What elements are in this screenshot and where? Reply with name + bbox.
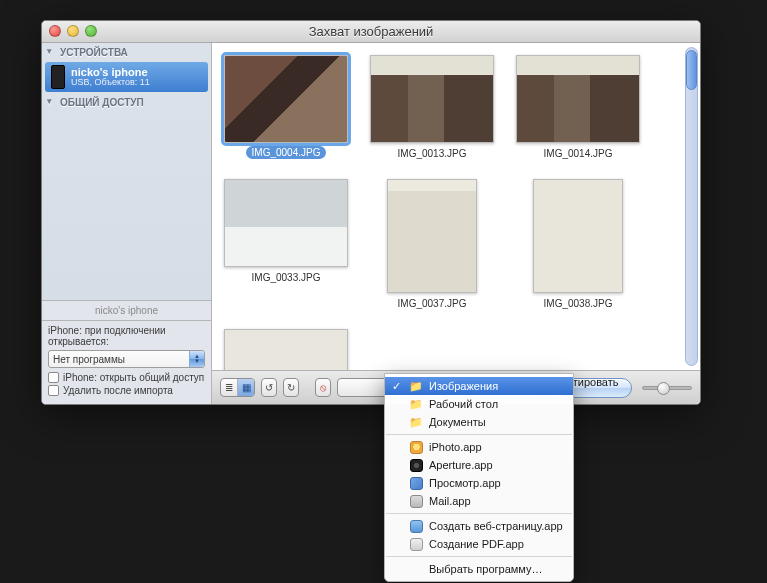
menu-item-label: Рабочий стол [429,398,498,410]
content-area: IMG_0004.JPGIMG_0013.JPGIMG_0014.JPGIMG_… [212,43,700,404]
app-icon [410,495,423,508]
rotate-left-button[interactable]: ↺ [261,378,277,397]
thumbnail-size-slider[interactable] [642,386,692,390]
delete-button[interactable]: ⦸ [315,378,331,397]
list-view-button[interactable]: ≣ [221,379,238,396]
sidebar: УСТРОЙСТВА nicko's iphone USB, Объектов:… [42,43,212,404]
menu-item[interactable]: 📁Документы [385,413,573,431]
thumbnail-image [516,55,640,143]
app-icon [410,520,423,533]
device-subtitle: USB, Объектов: 11 [71,78,150,88]
scrollbar-thumb[interactable] [686,50,697,90]
menu-item[interactable]: 📁Изображения [385,377,573,395]
thumbnail-filename: IMG_0014.JPG [544,146,613,161]
thumbnail-image [533,179,623,293]
minimize-button[interactable] [67,25,79,37]
thumbnail-filename: IMG_0037.JPG [398,296,467,311]
vertical-scrollbar[interactable] [685,47,698,366]
thumbnail-cell[interactable]: IMG_0033.JPG [224,179,348,311]
image-capture-window: Захват изображений УСТРОЙСТВА nicko's ip… [41,20,701,405]
delete-checkbox-row[interactable]: Удалить после импорта [48,385,205,396]
thumbnail-cell[interactable]: IMG_0038.JPG [516,179,640,311]
menu-item[interactable]: Выбрать программу… [385,560,573,578]
iphone-icon [51,65,65,89]
menu-item-label: Просмотр.app [429,477,501,489]
menu-item[interactable]: Просмотр.app [385,474,573,492]
destination-menu: 📁Изображения📁Рабочий стол📁ДокументыiPhot… [384,373,574,582]
menu-separator [386,556,572,557]
menu-item-label: Aperture.app [429,459,493,471]
menu-item[interactable]: iPhoto.app [385,438,573,456]
thumbnail-filename: IMG_0004.JPG [246,146,327,159]
titlebar[interactable]: Захват изображений [42,21,700,43]
share-checkbox-label: iPhone: открыть общий доступ [63,372,204,383]
app-icon [410,459,423,472]
app-icon [410,538,423,551]
sidebar-footer-device: nicko's iphone [42,300,211,320]
thumbnail-image [224,55,348,143]
thumbnail-cell[interactable] [224,329,348,370]
sidebar-heading-devices[interactable]: УСТРОЙСТВА [42,43,211,61]
thumbnail-cell[interactable]: IMG_0014.JPG [516,55,640,161]
sidebar-options: iPhone: при подключении открывается: Нет… [42,320,211,404]
thumbnail-filename: IMG_0038.JPG [544,296,613,311]
open-on-connect-label: iPhone: при подключении открывается: [48,325,205,347]
thumbnail-filename: IMG_0033.JPG [252,270,321,285]
thumbnail-cell[interactable]: IMG_0004.JPG [224,55,348,161]
view-mode-segment: ≣ ▦ [220,378,255,397]
app-icon [410,441,423,454]
menu-item-label: Mail.app [429,495,471,507]
thumbnail-image [370,55,494,143]
thumbnail-image [224,179,348,267]
grid-view-button[interactable]: ▦ [238,379,254,396]
delete-checkbox-label: Удалить после импорта [63,385,173,396]
menu-item[interactable]: Aperture.app [385,456,573,474]
open-on-connect-select[interactable]: Нет программы ▲▼ [48,350,205,368]
menu-item[interactable]: Создать веб-страницу.app [385,517,573,535]
menu-item-label: Изображения [429,380,498,392]
no-entry-icon: ⦸ [320,382,326,394]
zoom-button[interactable] [85,25,97,37]
folder-icon: 📁 [409,398,423,411]
checkbox-icon [48,385,59,396]
list-icon: ≣ [225,382,233,393]
sidebar-device-item[interactable]: nicko's iphone USB, Объектов: 11 [45,62,208,92]
menu-item-label: Создание PDF.app [429,538,524,550]
traffic-lights [49,25,97,37]
menu-item-label: Документы [429,416,486,428]
rotate-right-button[interactable]: ↻ [283,378,299,397]
checkbox-icon [48,372,59,383]
open-on-connect-value: Нет программы [53,354,125,365]
slider-knob[interactable] [657,382,670,395]
rotate-right-icon: ↻ [287,382,295,393]
menu-item-label: Выбрать программу… [429,563,543,575]
window-title: Захват изображений [309,24,434,39]
thumbnail-filename: IMG_0013.JPG [398,146,467,161]
folder-icon: 📁 [409,416,423,429]
menu-item-label: Создать веб-страницу.app [429,520,563,532]
close-button[interactable] [49,25,61,37]
menu-item[interactable]: 📁Рабочий стол [385,395,573,413]
app-icon [410,477,423,490]
thumbnail-cell[interactable]: IMG_0013.JPG [370,55,494,161]
rotate-left-icon: ↺ [265,382,273,393]
sidebar-heading-shared[interactable]: ОБЩИЙ ДОСТУП [42,93,211,111]
menu-item-label: iPhoto.app [429,441,482,453]
menu-item[interactable]: Mail.app [385,492,573,510]
grid-icon: ▦ [242,382,251,393]
thumbnail-cell[interactable]: IMG_0037.JPG [370,179,494,311]
select-stepper-icon: ▲▼ [189,351,204,367]
thumbnail-area[interactable]: IMG_0004.JPGIMG_0013.JPGIMG_0014.JPGIMG_… [212,43,700,370]
folder-icon: 📁 [409,380,423,393]
share-checkbox-row[interactable]: iPhone: открыть общий доступ [48,372,205,383]
menu-separator [386,434,572,435]
menu-item[interactable]: Создание PDF.app [385,535,573,553]
menu-separator [386,513,572,514]
thumbnail-image [387,179,477,293]
thumbnail-image [224,329,348,370]
